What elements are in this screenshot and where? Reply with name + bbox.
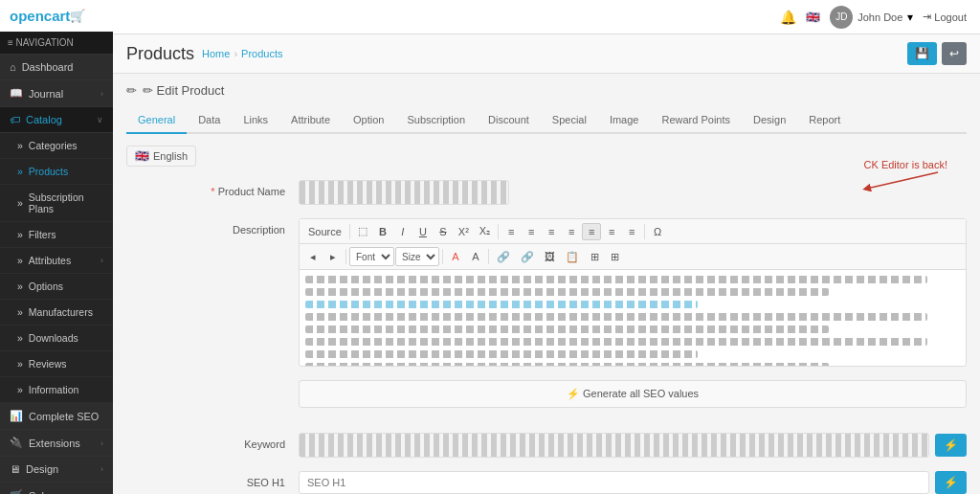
tab-special[interactable]: Special: [541, 107, 598, 134]
product-name-input[interactable]: [299, 180, 509, 205]
indent-button[interactable]: ≡: [542, 223, 561, 240]
sidebar-item-journal[interactable]: 📖Journal ›: [0, 80, 113, 107]
seo-h1-button[interactable]: ⚡: [935, 471, 967, 494]
tab-reward-points[interactable]: Reward Points: [650, 107, 742, 134]
content-line: [305, 276, 927, 283]
image-button[interactable]: 🖼: [540, 248, 560, 265]
bullet-icon: »: [17, 197, 23, 209]
bg-color-button[interactable]: A: [466, 248, 485, 265]
tab-links[interactable]: Links: [232, 107, 279, 134]
sidebar-item-options[interactable]: »Options: [0, 274, 113, 300]
redo-button[interactable]: ▸: [323, 248, 343, 266]
logout-icon: ⇥: [923, 11, 931, 23]
language-flag-icon[interactable]: 🇬🇧: [806, 11, 820, 24]
content-line: [305, 313, 927, 321]
description-control-area: Source ⬚ B I U S X² X₂ ≡ ≡ ≡ ≡: [299, 218, 967, 367]
bullet-icon: »: [17, 255, 23, 266]
tab-report[interactable]: Report: [797, 107, 852, 134]
catalog-submenu: »Categories »Products »Subscription Plan…: [0, 133, 113, 403]
bold-button[interactable]: B: [373, 223, 392, 240]
sidebar-item-downloads[interactable]: »Downloads: [0, 326, 113, 351]
bullet-icon: »: [17, 384, 23, 395]
sidebar-item-reviews[interactable]: »Reviews: [0, 351, 113, 377]
sidebar-item-extensions[interactable]: 🔌Extensions ›: [0, 430, 113, 457]
paste-button[interactable]: 📋: [561, 248, 584, 266]
keyword-seo-button[interactable]: ⚡: [935, 434, 967, 457]
seo-h1-input[interactable]: [299, 471, 929, 494]
user-menu[interactable]: JD John Doe ▾: [830, 6, 913, 29]
extensions-icon: 🔌: [10, 437, 23, 449]
font-color-button[interactable]: A: [446, 248, 465, 265]
align-right-button[interactable]: ≡: [602, 223, 621, 240]
toolbar-separator: [498, 224, 499, 239]
sidebar-item-dashboard[interactable]: ⌂Dashboard: [0, 55, 113, 80]
bullet-icon: »: [17, 281, 23, 292]
strikethrough-button[interactable]: S: [434, 223, 453, 240]
bullet-icon: »: [17, 140, 23, 151]
breadcrumb-home[interactable]: Home: [202, 48, 230, 59]
underline-button[interactable]: U: [413, 223, 433, 240]
sidebar-item-information[interactable]: »Information: [0, 377, 113, 403]
language-badge[interactable]: 🇬🇧 English: [126, 146, 196, 167]
align-justify-button[interactable]: ≡: [622, 223, 641, 240]
description-row: Description Source ⬚ B I U S X² X₂: [126, 218, 967, 367]
unlink-button[interactable]: 🔗: [516, 248, 539, 266]
sidebar-item-catalog[interactable]: 🏷Catalog ∨: [0, 107, 113, 133]
content-area: ✏ ✏ Edit Product General Data Links Attr…: [113, 74, 980, 494]
breadcrumb-separator: ›: [234, 48, 237, 59]
bullet-icon: »: [17, 306, 23, 318]
sidebar-item-categories[interactable]: »Categories: [0, 133, 113, 159]
tab-data[interactable]: Data: [187, 107, 232, 134]
align-left-button[interactable]: ≡: [562, 223, 581, 240]
breadcrumb: Home › Products: [202, 48, 282, 59]
logout-button[interactable]: ⇥ Logout: [923, 11, 967, 23]
subscript-button[interactable]: X₂: [475, 222, 495, 240]
table-button[interactable]: ⊞: [585, 248, 604, 266]
expand-icon[interactable]: ⬚: [353, 222, 372, 240]
save-button[interactable]: 💾: [907, 42, 937, 65]
editor-content[interactable]: [300, 270, 966, 366]
product-name-label: * Product Name: [126, 180, 299, 197]
italic-button[interactable]: I: [393, 223, 412, 240]
generate-seo-button[interactable]: ⚡ Generate all SEO values: [299, 380, 967, 408]
tab-image[interactable]: Image: [598, 107, 651, 134]
tab-general[interactable]: General: [126, 107, 187, 134]
back-button[interactable]: ↩: [942, 42, 967, 65]
superscript-button[interactable]: X²: [454, 223, 474, 240]
table-properties-button[interactable]: ⊞: [605, 248, 624, 266]
sidebar-item-complete-seo[interactable]: 📊Complete SEO: [0, 403, 113, 430]
english-flag-icon: 🇬🇧: [135, 149, 149, 163]
list-ol-button[interactable]: ≡: [501, 223, 521, 240]
link-button[interactable]: 🔗: [492, 248, 515, 266]
edit-pencil-icon: ✏: [126, 83, 137, 98]
keyword-input[interactable]: [299, 433, 929, 458]
sidebar-item-subscription-plans[interactable]: »Subscription Plans: [0, 185, 113, 222]
sidebar-item-design[interactable]: 🖥Design ›: [0, 457, 113, 483]
tab-design[interactable]: Design: [742, 107, 797, 134]
font-family-select[interactable]: Font: [349, 247, 394, 266]
tab-option[interactable]: Option: [342, 107, 395, 134]
notification-bell-icon[interactable]: 🔔: [780, 10, 796, 25]
sidebar-item-sales[interactable]: 🛒Sales ›: [0, 483, 113, 494]
undo-button[interactable]: ◂: [303, 248, 323, 266]
content-line: [305, 363, 829, 366]
content-line: [305, 350, 698, 358]
sidebar-item-filters[interactable]: »Filters: [0, 222, 113, 248]
source-button[interactable]: Source: [303, 223, 346, 240]
tab-discount[interactable]: Discount: [477, 107, 541, 134]
bullet-icon: »: [17, 332, 23, 344]
font-size-select[interactable]: Size: [395, 247, 439, 266]
sidebar-item-products[interactable]: »Products: [0, 159, 113, 185]
special-char-button[interactable]: Ω: [648, 223, 667, 240]
bullet-icon: »: [17, 229, 23, 240]
tab-subscription[interactable]: Subscription: [395, 107, 477, 134]
sidebar-item-attributes[interactable]: »Attributes ›: [0, 248, 113, 274]
content-line: [305, 326, 829, 333]
tab-attribute[interactable]: Attribute: [279, 107, 342, 134]
seo-generate-row: ⚡ Generate all SEO values: [126, 380, 967, 419]
breadcrumb-products[interactable]: Products: [241, 48, 282, 59]
seo-icon: 📊: [10, 410, 23, 422]
list-ul-button[interactable]: ≡: [522, 223, 541, 240]
align-center-button[interactable]: ≡: [582, 223, 601, 240]
sidebar-item-manufacturers[interactable]: »Manufacturers: [0, 300, 113, 326]
